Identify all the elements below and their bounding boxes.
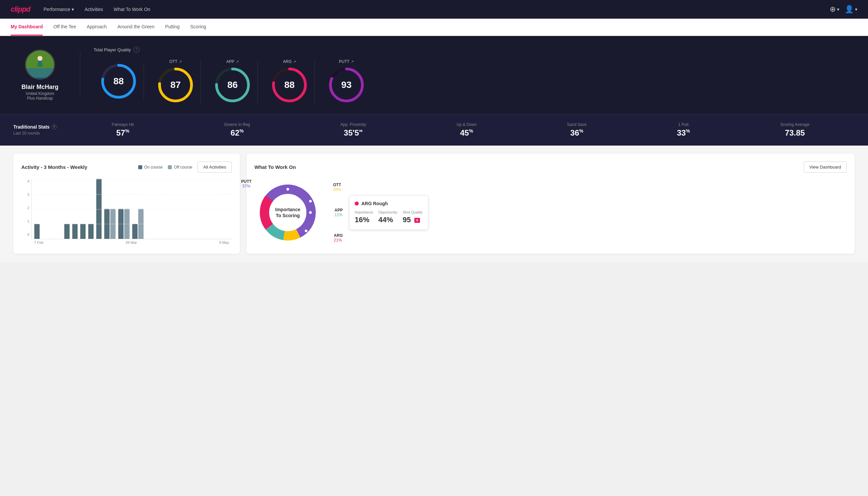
shot-quality-value: 95 ▼ [403, 216, 423, 224]
tooltip-metrics: Importance 16% Opportunity 44% Shot Qual… [355, 210, 423, 224]
bar-chart-wrapper: 0 1 2 3 4 [21, 179, 232, 245]
user-menu-button[interactable]: 👤 ▾ [845, 5, 857, 14]
bottom-section: Activity - 3 Months - Weekly On course O… [0, 145, 868, 262]
score-card-total: 88 [94, 63, 144, 99]
putt-score-circle: 93 [328, 67, 365, 103]
tab-approach[interactable]: Approach [86, 19, 107, 36]
help-icon[interactable]: ? [133, 47, 140, 52]
svg-rect-5 [41, 63, 43, 67]
bar-group-1 [34, 224, 46, 239]
nav-performance[interactable]: Performance ▾ [44, 7, 74, 12]
chart-legend: On course Off course [138, 165, 192, 170]
flag-icon: ▼ [414, 218, 420, 223]
x-axis-labels: 7 Feb 28 Mar 9 May [31, 239, 232, 245]
app-logo[interactable]: clippd [11, 5, 30, 14]
tab-my-dashboard[interactable]: My Dashboard [11, 19, 43, 36]
player-handicap: Plus Handicap [27, 96, 53, 100]
donut-center-text: Importance To Scoring [275, 206, 300, 218]
ott-arrow-icon: ↗ [179, 60, 182, 64]
bar-on-6 [80, 224, 85, 239]
grid-line-1 [32, 224, 232, 224]
putt-arrow-icon: ↗ [351, 60, 354, 64]
app-arrow-icon: ↗ [236, 60, 239, 64]
score-card-ott: OTT ↗ 87 [151, 59, 201, 103]
stat-greens-value: 62% [224, 128, 250, 138]
add-dropdown-icon: ▾ [837, 7, 839, 12]
bar-on-1 [34, 224, 40, 239]
putt-label: PUTT ↗ [339, 59, 354, 64]
stat-up-and-down: Up & Down 45% [456, 122, 477, 138]
tooltip-opportunity: Opportunity 44% [378, 210, 397, 224]
all-activities-button[interactable]: All Activities [198, 161, 232, 173]
circle-plus-icon: ⊕ [830, 5, 836, 14]
bar-on-4 [64, 224, 69, 239]
ott-label: OTT ↗ [170, 59, 182, 64]
player-name: Blair McHarg [21, 83, 58, 91]
nav-links: Performance ▾ Activities What To Work On [44, 7, 816, 12]
sub-navigation: My Dashboard Off the Tee Approach Around… [0, 19, 868, 36]
view-dashboard-button[interactable]: View Dashboard [804, 161, 847, 173]
x-label-mar: 28 Mar [126, 241, 137, 245]
putt-indicator-dot [286, 188, 289, 190]
nav-what-to-work-on[interactable]: What To Work On [114, 7, 150, 12]
stat-fairways-value: 57% [112, 128, 134, 138]
y-axis-labels: 0 1 2 3 4 [21, 179, 31, 236]
top-navigation: clippd Performance ▾ Activities What To … [0, 0, 868, 19]
app-outer-label: APP 12% [334, 208, 343, 217]
bar-group-6 [80, 224, 85, 239]
importance-value: 16% [355, 216, 373, 224]
stat-proximity-value: 35'5" [341, 128, 366, 138]
user-icon: 👤 [845, 5, 854, 14]
bar-on-7 [88, 224, 94, 239]
work-on-tooltip: ARG Rough Importance 16% Opportunity 44%… [349, 195, 428, 230]
nav-right-actions: ⊕ ▾ 👤 ▾ [830, 5, 857, 14]
putt-outer-label: PUTT 57% [241, 179, 251, 188]
stat-app-proximity: App. Proximity 35'5" [341, 122, 366, 138]
trad-help-icon[interactable]: ? [52, 124, 57, 129]
grid-line-4 [32, 179, 232, 180]
stat-scoring-avg-value: 73.85 [780, 128, 810, 138]
svg-point-2 [38, 56, 43, 61]
tab-putting[interactable]: Putting [165, 19, 180, 36]
stat-one-putt-value: 33% [677, 128, 690, 138]
arg-score-circle: 88 [271, 67, 308, 103]
donut-section: PUTT 57% OTT 10% APP 12% ARG 21% [254, 179, 847, 246]
ott-indicator-dot [309, 200, 312, 203]
tab-off-the-tee[interactable]: Off the Tee [53, 19, 76, 36]
arg-score-value: 88 [284, 80, 295, 90]
tab-scoring[interactable]: Scoring [190, 19, 206, 36]
user-dropdown-icon: ▾ [855, 7, 857, 12]
avatar-image [26, 51, 54, 79]
trad-stats-label: Traditional Stats ? Last 20 rounds [13, 124, 67, 136]
legend-off-course: Off course [168, 165, 192, 170]
bar-group-7 [88, 224, 94, 239]
avatar [25, 50, 55, 80]
bar-on-11 [132, 224, 138, 239]
score-card-arg: ARG ↗ 88 [265, 59, 315, 103]
off-course-legend-dot [168, 165, 172, 169]
score-card-putt: PUTT ↗ 93 [321, 59, 372, 103]
scores-section: Total Player Quality ? 88 [94, 47, 855, 103]
stat-up-down-value: 45% [456, 128, 477, 138]
tab-around-the-green[interactable]: Around the Green [117, 19, 154, 36]
tooltip-importance: Importance 16% [355, 210, 373, 224]
dropdown-icon: ▾ [72, 7, 74, 12]
work-on-header: What To Work On View Dashboard [254, 161, 847, 173]
stat-one-putt: 1 Putt 33% [677, 122, 690, 138]
nav-activities[interactable]: Activities [84, 7, 103, 12]
activity-card: Activity - 3 Months - Weekly On course O… [13, 154, 240, 254]
svg-rect-1 [26, 68, 54, 78]
stat-scoring-average: Scoring Average 73.85 [780, 122, 810, 138]
tooltip-shot-quality: Shot Quality 95 ▼ [403, 210, 423, 224]
traditional-stats-section: Traditional Stats ? Last 20 rounds Fairw… [0, 114, 868, 145]
putt-score-value: 93 [341, 80, 351, 90]
app-indicator-dot [309, 211, 312, 214]
add-button[interactable]: ⊕ ▾ [830, 5, 839, 14]
work-on-card: What To Work On View Dashboard PUTT 57% … [247, 154, 855, 254]
trad-rounds-label: Last 20 rounds [13, 131, 67, 136]
app-score-circle: 86 [214, 67, 251, 103]
bar-group-5 [72, 224, 78, 239]
ott-outer-label: OTT 10% [333, 183, 341, 192]
legend-on-course: On course [138, 165, 162, 170]
bar-group-4 [64, 224, 69, 239]
